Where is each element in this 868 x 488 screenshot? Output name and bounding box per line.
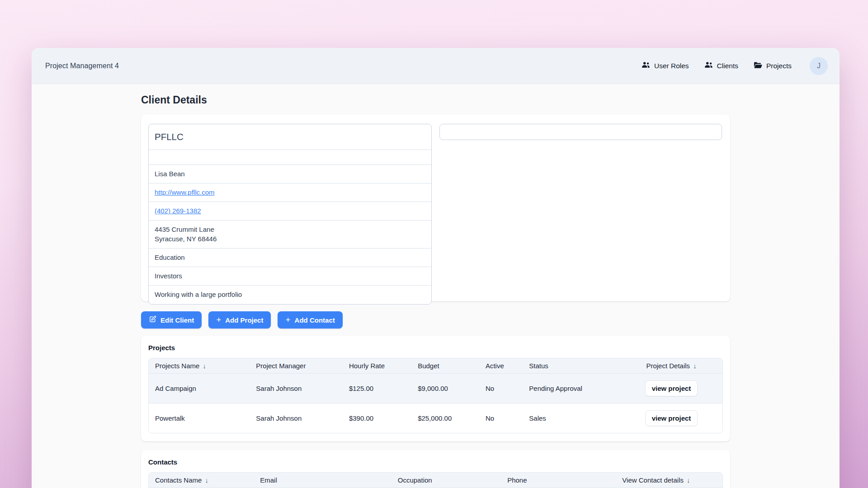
contacts-section-label: Contacts <box>148 458 723 466</box>
projects-header-row: Projects Name↓ Project Manager Hourly Ra… <box>149 358 722 374</box>
sort-descending-icon: ↓ <box>205 476 208 484</box>
client-name: PFLLC <box>149 124 431 150</box>
project-manager: Sarah Johnson <box>250 374 343 404</box>
client-address-line1: 4435 Crummit Lane <box>155 225 425 234</box>
sort-descending-icon: ↓ <box>687 476 690 484</box>
avatar-initial: J <box>817 62 821 70</box>
edit-client-label: Edit Client <box>160 316 194 324</box>
projects-col-manager: Project Manager <box>250 358 343 374</box>
sort-descending-icon: ↓ <box>203 362 206 370</box>
edit-icon <box>149 315 156 324</box>
project-hourly-rate: $125.00 <box>343 374 411 404</box>
user-avatar[interactable]: J <box>810 57 828 75</box>
add-project-label: Add Project <box>225 316 263 324</box>
clients-icon <box>704 61 713 70</box>
top-navbar: Project Management 4 User Roles <box>32 48 840 84</box>
contacts-col-view[interactable]: View Contact details↓ <box>590 473 722 488</box>
contacts-section-card: Contacts Contacts Name↓ Email Occupation… <box>141 450 730 488</box>
add-contact-button[interactable]: + Add Contact <box>278 311 342 328</box>
client-address: 4435 Crummit Lane Syracuse, NY 68446 <box>149 221 431 249</box>
client-extra-input[interactable] <box>439 124 722 140</box>
projects-section-card: Projects Projects Name↓ Project Manager … <box>141 336 730 441</box>
client-category: Investors <box>149 267 431 286</box>
contacts-col-phone: Phone <box>501 473 590 488</box>
project-active: No <box>479 374 523 404</box>
plus-icon: + <box>216 315 221 324</box>
project-budget: $9,000.00 <box>411 374 479 404</box>
view-project-button[interactable]: view project <box>645 410 698 426</box>
contacts-col-name[interactable]: Contacts Name↓ <box>149 473 254 488</box>
add-contact-label: Add Contact <box>295 316 335 324</box>
nav-item-user-roles[interactable]: User Roles <box>642 61 689 70</box>
edit-client-button[interactable]: Edit Client <box>141 311 202 328</box>
app-title: Project Management 4 <box>45 62 119 70</box>
main-content: Client Details PFLLC Lisa Bean http://ww… <box>32 84 840 488</box>
projects-table: Projects Name↓ Project Manager Hourly Ra… <box>148 358 723 433</box>
project-hourly-rate: $390.00 <box>343 404 411 433</box>
projects-folder-icon <box>754 61 762 70</box>
contacts-col-email: Email <box>254 473 392 488</box>
nav-item-projects[interactable]: Projects <box>754 61 792 70</box>
nav-item-label: User Roles <box>654 62 689 70</box>
client-contact-person: Lisa Bean <box>149 165 431 183</box>
contacts-header-row: Contacts Name↓ Email Occupation Phone Vi… <box>149 473 722 488</box>
nav-item-label: Projects <box>766 62 792 70</box>
add-project-button[interactable]: + Add Project <box>208 311 271 328</box>
client-website-link[interactable]: http://www.pfllc.com <box>155 188 215 196</box>
client-website-row: http://www.pfllc.com <box>149 183 431 202</box>
navbar-right: User Roles Clients <box>642 57 828 75</box>
client-phone-row: (402) 269-1382 <box>149 202 431 221</box>
nav-item-label: Clients <box>717 62 738 70</box>
nav-item-clients[interactable]: Clients <box>704 61 738 70</box>
client-empty-field <box>149 150 431 165</box>
project-name: Powertalk <box>149 404 250 433</box>
client-details-card: PFLLC Lisa Bean http://www.pfllc.com (40… <box>141 114 730 301</box>
project-status: Sales <box>523 404 620 433</box>
project-budget: $25,000.00 <box>411 404 479 433</box>
project-row: Ad Campaign Sarah Johnson $125.00 $9,000… <box>149 374 722 404</box>
projects-col-details[interactable]: Project Details↓ <box>620 358 722 374</box>
projects-col-active: Active <box>479 358 523 374</box>
app-window: Project Management 4 User Roles <box>32 48 840 488</box>
projects-col-budget: Budget <box>411 358 479 374</box>
projects-section-label: Projects <box>148 344 723 352</box>
user-roles-icon <box>642 61 650 70</box>
project-row: Powertalk Sarah Johnson $390.00 $25,000.… <box>149 404 722 433</box>
view-project-button[interactable]: view project <box>645 380 698 396</box>
project-manager: Sarah Johnson <box>250 404 343 433</box>
project-status: Pending Approval <box>523 374 620 404</box>
page-title: Client Details <box>141 94 730 106</box>
project-active: No <box>479 404 523 433</box>
client-actions: Edit Client + Add Project + Add Contact <box>141 311 730 328</box>
projects-col-status: Status <box>523 358 620 374</box>
project-name: Ad Campaign <box>149 374 250 404</box>
contacts-col-occupation: Occupation <box>392 473 501 488</box>
sort-descending-icon: ↓ <box>693 362 697 370</box>
contacts-table: Contacts Name↓ Email Occupation Phone Vi… <box>148 472 723 488</box>
projects-col-hourly-rate: Hourly Rate <box>343 358 411 374</box>
client-notes: Working with a large portfolio <box>149 286 431 304</box>
client-phone-link[interactable]: (402) 269-1382 <box>155 207 201 215</box>
client-info-box: PFLLC Lisa Bean http://www.pfllc.com (40… <box>148 124 432 305</box>
plus-icon: + <box>285 315 290 324</box>
projects-col-name[interactable]: Projects Name↓ <box>149 358 250 374</box>
client-industry: Education <box>149 249 431 267</box>
client-address-line2: Syracuse, NY 68446 <box>155 235 425 244</box>
